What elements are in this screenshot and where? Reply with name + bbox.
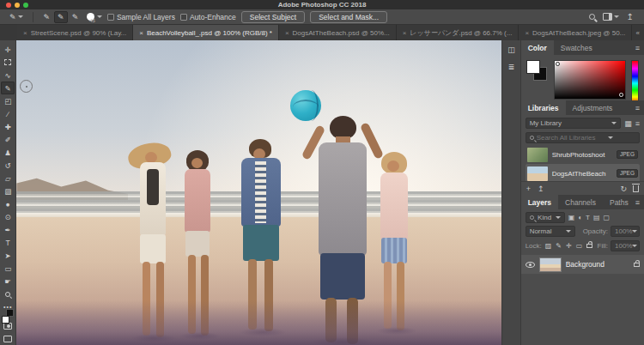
- select-subject-button[interactable]: Select Subject: [241, 11, 305, 23]
- library-item-shrubphotoshoot[interactable]: ShrubPhotoshoot JPEG: [526, 145, 640, 164]
- move-tool[interactable]: ✛: [1, 43, 15, 56]
- tab-beachvolleyball[interactable]: × BeachVolleyball_.psd @ 100% (RGB/8) *: [133, 25, 279, 40]
- lock-position-icon[interactable]: ✛: [566, 242, 572, 250]
- zoom-tool[interactable]: [1, 288, 15, 300]
- hand-tool[interactable]: ☛: [1, 275, 15, 288]
- tab-dogsatthebeach-jpeg[interactable]: × DogsAtTheBeach.jpeg @ 50...: [519, 25, 632, 40]
- options-bar-right: ↥: [589, 13, 637, 21]
- color-panel-body: [521, 55, 644, 100]
- import-icon[interactable]: ↥: [538, 185, 544, 193]
- healing-brush-tool[interactable]: ✚: [1, 120, 15, 133]
- tab-adjustments[interactable]: Adjustments: [566, 100, 620, 115]
- share-icon[interactable]: ↥: [627, 13, 634, 21]
- opacity-select[interactable]: 100%: [611, 226, 640, 237]
- properties-panel-icon[interactable]: ≣: [508, 63, 515, 71]
- pen-tool[interactable]: ✒: [1, 223, 15, 236]
- eraser-tool[interactable]: ▱: [1, 172, 15, 185]
- collapsed-panels-strip: ◫ ≣: [501, 40, 519, 345]
- selection-mode-group: ✎ ✎ ✎: [40, 11, 82, 23]
- auto-enhance-checkbox[interactable]: [180, 14, 187, 21]
- quick-selection-tool[interactable]: ✎: [1, 82, 15, 94]
- grid-view-icon[interactable]: ▦: [624, 119, 632, 128]
- panel-menu-icon[interactable]: ≡: [635, 100, 644, 115]
- new-selection-button[interactable]: ✎: [40, 11, 54, 23]
- history-panel-icon[interactable]: ◫: [507, 45, 515, 54]
- tab-streetscene[interactable]: × StreetScene.psd @ 90% (Lay...: [17, 25, 133, 40]
- shape-tool[interactable]: ▭: [1, 262, 15, 275]
- path-selection-tool[interactable]: ➤: [1, 249, 15, 262]
- history-brush-tool[interactable]: ↺: [1, 159, 15, 172]
- panel-dock: Color Swatches ≡: [520, 40, 644, 345]
- dodge-tool[interactable]: ⊙: [1, 210, 15, 223]
- auto-enhance-option[interactable]: Auto-Enhance: [180, 13, 236, 21]
- subtract-from-selection-button[interactable]: ✎: [69, 11, 82, 23]
- layer-row-background[interactable]: Background: [521, 255, 644, 274]
- tab-close-icon[interactable]: ×: [403, 29, 407, 37]
- search-icon[interactable]: [589, 14, 595, 20]
- tab-channels[interactable]: Channels: [558, 195, 603, 209]
- lock-artboard-icon[interactable]: ▭: [576, 242, 583, 250]
- foreground-color-swatch[interactable]: [2, 316, 9, 324]
- tab-close-icon[interactable]: ×: [139, 29, 143, 37]
- filter-kind-select[interactable]: Kind: [526, 212, 565, 223]
- lasso-tool[interactable]: ∿: [1, 69, 15, 82]
- delete-icon[interactable]: [633, 185, 639, 192]
- sync-icon[interactable]: ↻: [620, 185, 627, 193]
- panel-menu-icon[interactable]: ≡: [635, 195, 644, 209]
- gradient-tool[interactable]: ▨: [1, 185, 15, 197]
- tab-swatches[interactable]: Swatches: [554, 40, 599, 55]
- tab-close-icon[interactable]: ×: [285, 29, 289, 37]
- list-view-icon[interactable]: ≡: [635, 119, 640, 128]
- color-panel-header: Color Swatches ≡: [521, 40, 644, 55]
- type-tool[interactable]: T: [1, 236, 15, 249]
- tab-paths[interactable]: Paths: [603, 195, 635, 209]
- tab-layers[interactable]: Layers: [521, 195, 558, 209]
- library-search-input[interactable]: [537, 134, 605, 142]
- blur-tool[interactable]: ●: [1, 197, 15, 210]
- filter-group-layers-icon[interactable]: ▤: [593, 214, 600, 221]
- library-select[interactable]: My Library: [526, 118, 622, 129]
- panel-menu-icon[interactable]: ≡: [635, 40, 644, 55]
- brush-size-picker[interactable]: 45: [87, 11, 102, 23]
- screen-mode-button[interactable]: [1, 332, 15, 345]
- lock-all-icon[interactable]: [586, 244, 592, 248]
- tab-dogsatthebeach-psd[interactable]: × DogsAtTheBeach.psd @ 50%...: [279, 25, 397, 40]
- tab-close-icon[interactable]: ×: [525, 29, 529, 37]
- collapse-panels-icon[interactable]: «: [636, 29, 640, 37]
- filter-smart-objects-icon[interactable]: ▢: [603, 214, 610, 221]
- tab-close-icon[interactable]: ×: [23, 29, 27, 37]
- document-canvas[interactable]: [16, 40, 501, 345]
- crop-tool[interactable]: ◰: [1, 94, 15, 107]
- layer-thumbnail[interactable]: [539, 257, 562, 272]
- saturation-brightness-map[interactable]: [554, 60, 626, 100]
- layer-visibility-icon[interactable]: [526, 262, 535, 268]
- foreground-color-swatch[interactable]: [526, 60, 540, 74]
- tab-lesserpanda[interactable]: × レッサーパンダ.psd @ 66.7% (...: [397, 25, 519, 40]
- fill-select[interactable]: 100%: [611, 240, 640, 251]
- foreground-background-swatches[interactable]: [2, 316, 14, 317]
- sample-all-layers-option[interactable]: Sample All Layers: [107, 13, 175, 21]
- lock-transparency-icon[interactable]: ▨: [545, 242, 552, 250]
- library-search-field[interactable]: [526, 132, 640, 143]
- clone-stamp-tool[interactable]: ♟: [1, 146, 15, 159]
- tab-libraries[interactable]: Libraries: [521, 100, 566, 115]
- add-content-icon[interactable]: +: [526, 185, 531, 193]
- hue-slider[interactable]: [631, 60, 639, 105]
- workspace-switcher[interactable]: [603, 13, 619, 21]
- sample-all-layers-checkbox[interactable]: [107, 14, 114, 21]
- filter-pixel-layers-icon[interactable]: ▣: [568, 214, 575, 221]
- tool-preset-picker[interactable]: ✎: [7, 12, 26, 22]
- search-icon: [530, 136, 534, 140]
- marquee-tool[interactable]: [1, 56, 15, 69]
- eyedropper-tool[interactable]: ∕: [1, 107, 15, 120]
- new-selection-icon: ✎: [44, 13, 51, 21]
- library-item-dogsatthebeach[interactable]: DogsAtTheBeach JPEG: [526, 164, 640, 181]
- lock-pixels-icon[interactable]: ✎: [556, 242, 562, 250]
- blend-mode-select[interactable]: Normal: [526, 226, 575, 237]
- filter-adjustment-layers-icon[interactable]: ◐: [578, 214, 582, 221]
- filter-type-layers-icon[interactable]: T: [586, 214, 590, 221]
- select-and-mask-button[interactable]: Select and Mask...: [310, 11, 387, 23]
- add-to-selection-button[interactable]: ✎: [54, 11, 68, 23]
- tab-color[interactable]: Color: [521, 40, 554, 55]
- brush-tool[interactable]: ✐: [1, 133, 15, 146]
